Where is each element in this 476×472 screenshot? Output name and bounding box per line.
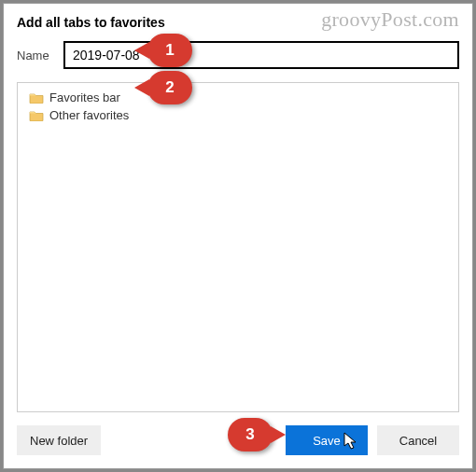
folder-icon — [29, 109, 44, 121]
folder-icon — [29, 91, 44, 104]
dialog-window: Add all tabs to favorites Name Favorites… — [3, 3, 473, 469]
name-row: Name — [17, 41, 459, 69]
new-folder-button[interactable]: New folder — [17, 425, 101, 455]
tree-item-label: Favorites bar — [49, 90, 120, 104]
name-input[interactable] — [63, 41, 459, 69]
dialog-title: Add all tabs to favorites — [17, 15, 459, 30]
tree-item-other-favorites[interactable]: Other favorites — [25, 106, 451, 124]
cancel-button[interactable]: Cancel — [377, 425, 459, 455]
button-row: New folder Save Cancel — [17, 425, 459, 455]
tree-item-label: Other favorites — [49, 108, 129, 122]
tree-item-favorites-bar[interactable]: Favorites bar — [25, 89, 451, 106]
save-button[interactable]: Save — [286, 425, 368, 455]
name-label: Name — [17, 49, 54, 62]
folder-tree[interactable]: Favorites bar Other favorites — [17, 82, 459, 412]
